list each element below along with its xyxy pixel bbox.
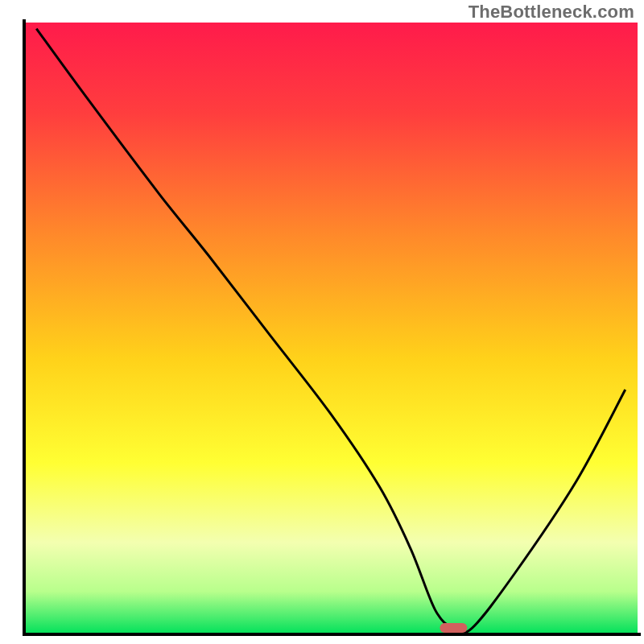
plot-background [24,23,638,634]
optimum-marker [440,623,467,633]
bottleneck-chart [0,0,644,644]
chart-container: { "watermark": "TheBottleneck.com", "cha… [0,0,644,644]
